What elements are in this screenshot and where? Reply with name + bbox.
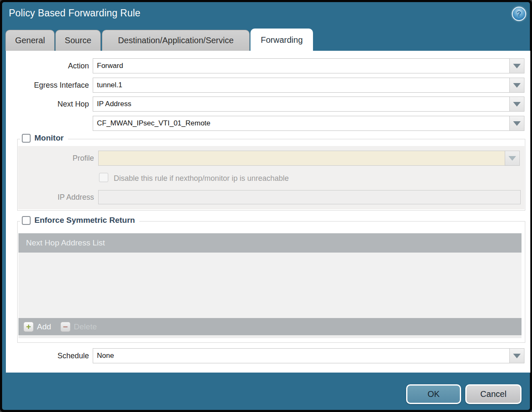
- tab-source[interactable]: Source: [55, 30, 101, 51]
- table-header: Next Hop Address List: [18, 233, 522, 253]
- egress-interface-value: tunnel.1: [97, 81, 123, 89]
- schedule-value: None: [97, 352, 114, 360]
- tab-label: Source: [65, 36, 91, 45]
- tab-label: Forwarding: [261, 35, 303, 45]
- pbf-dialog-window: Policy Based Forwarding Rule ? General S…: [0, 0, 532, 412]
- monitor-legend-label: Monitor: [34, 133, 64, 143]
- table-bottom-strip: [18, 335, 522, 338]
- schedule-select[interactable]: None: [93, 348, 510, 363]
- add-button[interactable]: + Add: [23, 322, 51, 332]
- table-footer: + Add − Delete: [18, 318, 522, 335]
- delete-button: − Delete: [60, 322, 97, 332]
- schedule-label: Schedule: [6, 348, 89, 363]
- enforce-symmetric-return-section: Enforce Symmetric Return Next Hop Addres…: [17, 221, 525, 343]
- monitor-checkbox[interactable]: [22, 134, 31, 143]
- next-hop-address-dropdown-button[interactable]: [509, 116, 524, 131]
- cancel-button[interactable]: Cancel: [465, 384, 522, 404]
- content-panel: Action Forward Egress Interface tunnel.1…: [6, 51, 530, 373]
- action-value: Forward: [97, 62, 123, 70]
- next-hop-label: Next Hop: [6, 96, 89, 112]
- next-hop-type-value: IP Address: [97, 100, 131, 108]
- add-button-label: Add: [37, 322, 51, 331]
- chevron-down-icon: [513, 354, 521, 358]
- enforce-symmetric-return-checkbox[interactable]: [22, 216, 31, 225]
- ok-button-label: OK: [428, 389, 440, 399]
- help-icon[interactable]: ?: [512, 7, 526, 21]
- profile-field: [98, 151, 505, 166]
- profile-dropdown-button: [505, 151, 520, 166]
- chevron-down-icon: [509, 156, 516, 161]
- tab-general[interactable]: General: [5, 30, 55, 51]
- tab-label: General: [15, 36, 45, 45]
- disable-rule-label: Disable this rule if nexthop/monitor ip …: [114, 174, 289, 183]
- question-mark-glyph: ?: [517, 10, 521, 18]
- schedule-dropdown-button[interactable]: [509, 348, 524, 363]
- egress-interface-label: Egress Interface: [6, 78, 89, 93]
- profile-label: Profile: [18, 151, 94, 166]
- monitor-legend: Monitor: [20, 133, 68, 143]
- monitor-ip-address-label: IP Address: [18, 190, 94, 204]
- tab-forwarding[interactable]: Forwarding: [250, 29, 313, 52]
- next-hop-type-select[interactable]: IP Address: [93, 96, 510, 112]
- next-hop-address-select[interactable]: CF_MWAN_IPsec_VTI_01_Remote: [93, 116, 510, 131]
- egress-interface-dropdown-button[interactable]: [509, 78, 524, 93]
- pbf-dialog: Policy Based Forwarding Rule ? General S…: [2, 2, 530, 410]
- next-hop-address-list-table: Next Hop Address List + Add − Delete: [18, 233, 522, 338]
- chevron-down-icon: [513, 121, 521, 126]
- page-title: Policy Based Forwarding Rule: [9, 8, 141, 19]
- monitor-ip-address-input: [98, 190, 521, 204]
- ok-button[interactable]: OK: [406, 384, 461, 404]
- chevron-down-icon: [513, 64, 521, 68]
- chevron-down-icon: [513, 83, 521, 88]
- action-label: Action: [6, 58, 89, 73]
- monitor-section: Monitor Profile Disable this rule if nex…: [17, 139, 525, 211]
- table-body: [18, 253, 522, 318]
- enforce-symmetric-return-legend-label: Enforce Symmetric Return: [34, 216, 135, 225]
- plus-icon: +: [23, 322, 34, 332]
- action-select[interactable]: Forward: [93, 58, 510, 73]
- delete-button-label: Delete: [74, 322, 97, 331]
- tab-destination-application-service[interactable]: Destination/Application/Service: [102, 30, 250, 51]
- disable-rule-checkbox: [99, 173, 108, 182]
- tab-label: Destination/Application/Service: [118, 36, 234, 45]
- minus-icon: −: [60, 322, 70, 332]
- next-hop-type-dropdown-button[interactable]: [509, 96, 524, 112]
- chevron-down-icon: [513, 102, 521, 107]
- action-dropdown-button[interactable]: [509, 58, 524, 73]
- egress-interface-select[interactable]: tunnel.1: [93, 78, 510, 93]
- next-hop-address-value: CF_MWAN_IPsec_VTI_01_Remote: [97, 119, 211, 127]
- cancel-button-label: Cancel: [480, 389, 506, 399]
- enforce-symmetric-return-legend: Enforce Symmetric Return: [20, 216, 139, 225]
